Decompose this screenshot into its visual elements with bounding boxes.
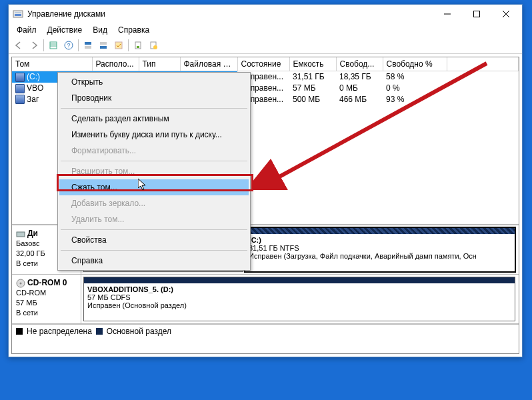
- view-bottom-icon[interactable]: [96, 38, 111, 53]
- maximize-button[interactable]: [462, 5, 491, 23]
- svg-rect-12: [85, 42, 91, 45]
- svg-point-20: [153, 45, 157, 49]
- volume-block[interactable]: VBOXADDITIONS_5. (D:) 57 МБ CDFS Исправе…: [83, 277, 515, 321]
- window-title: Управление дисками: [27, 9, 433, 19]
- minimize-button[interactable]: [433, 5, 462, 23]
- menu-help[interactable]: Справка: [113, 24, 155, 36]
- action-icon[interactable]: [146, 38, 161, 53]
- col-type[interactable]: Тип: [139, 57, 180, 71]
- legend: Не распределена Основной раздел: [12, 324, 519, 337]
- back-button[interactable]: [11, 38, 26, 53]
- settings-icon[interactable]: [111, 38, 126, 53]
- ctx-explorer[interactable]: Проводник: [59, 90, 249, 106]
- volume-block-selected[interactable]: (C:) 31,51 ГБ NTFS Исправен (Загрузка, Ф…: [245, 227, 515, 272]
- svg-text:?: ?: [67, 42, 70, 49]
- app-icon: [13, 9, 23, 19]
- cdrom-title: CD-ROM 0: [27, 278, 67, 287]
- disk-summary[interactable]: CD-ROM 0 CD-ROM 57 МБ В сети: [12, 275, 81, 323]
- menu-bar: Файл Действие Вид Справка: [9, 23, 522, 37]
- ctx-properties[interactable]: Свойства: [59, 232, 249, 248]
- ctx-make-active[interactable]: Сделать раздел активным: [59, 111, 249, 127]
- legend-swatch-primary: [96, 328, 103, 335]
- col-volume[interactable]: Том: [12, 57, 92, 71]
- svg-point-23: [20, 283, 22, 285]
- legend-primary: Основной раздел: [107, 327, 171, 336]
- close-button[interactable]: [491, 5, 521, 23]
- ctx-separator: [61, 161, 247, 161]
- menu-file[interactable]: Файл: [11, 24, 42, 36]
- help-icon[interactable]: ?: [61, 38, 76, 53]
- col-freepct[interactable]: Свободно %: [383, 57, 447, 71]
- toolbar: ?: [9, 37, 522, 54]
- svg-rect-21: [17, 232, 25, 237]
- title-bar[interactable]: Управление дисками: [9, 5, 522, 23]
- cdrom-row: CD-ROM 0 CD-ROM 57 МБ В сети VBOXADDITIO…: [12, 275, 519, 324]
- col-layout[interactable]: Располо...: [92, 57, 139, 71]
- properties-icon[interactable]: [131, 38, 145, 53]
- ctx-help[interactable]: Справка: [59, 253, 249, 269]
- context-menu: Открыть Проводник Сделать раздел активны…: [57, 72, 251, 271]
- table-header-row: Том Располо... Тип Файловая с... Состоян…: [12, 57, 519, 71]
- col-capacity[interactable]: Емкость: [289, 57, 336, 71]
- ctx-separator: [61, 250, 247, 251]
- ctx-mirror[interactable]: Добавить зеркало...: [59, 195, 249, 211]
- ctx-separator: [61, 108, 247, 109]
- col-free[interactable]: Свобод...: [336, 57, 383, 71]
- volume-icon: [15, 95, 25, 104]
- col-state[interactable]: Состояние: [237, 57, 289, 71]
- volume-icon: [15, 84, 25, 93]
- svg-rect-14: [100, 42, 107, 45]
- ctx-extend[interactable]: Расширить том...: [59, 163, 249, 179]
- view-top-icon[interactable]: [81, 38, 95, 53]
- disk-title: Ди: [27, 229, 38, 238]
- svg-rect-13: [85, 46, 91, 49]
- forward-button[interactable]: [27, 38, 41, 53]
- volume-icon: [15, 73, 25, 82]
- svg-rect-2: [15, 12, 21, 13]
- ctx-open[interactable]: Открыть: [59, 74, 249, 90]
- svg-rect-4: [474, 11, 480, 17]
- ctx-format[interactable]: Форматировать...: [59, 143, 249, 159]
- ctx-shrink[interactable]: Сжать том...: [59, 179, 249, 195]
- menu-action[interactable]: Действие: [42, 24, 88, 36]
- svg-rect-16: [115, 42, 122, 49]
- ctx-delete[interactable]: Удалить том...: [59, 211, 249, 227]
- col-fs[interactable]: Файловая с...: [180, 57, 237, 71]
- svg-rect-7: [50, 42, 57, 49]
- list-icon[interactable]: [46, 38, 61, 53]
- legend-swatch-unallocated: [16, 328, 23, 335]
- menu-view[interactable]: Вид: [87, 24, 113, 36]
- legend-unallocated: Не распределена: [27, 327, 92, 336]
- svg-rect-1: [15, 14, 21, 16]
- ctx-separator: [61, 229, 247, 230]
- svg-rect-18: [137, 46, 139, 48]
- svg-rect-15: [100, 46, 107, 49]
- ctx-change-letter[interactable]: Изменить букву диска или путь к диску...: [59, 127, 249, 143]
